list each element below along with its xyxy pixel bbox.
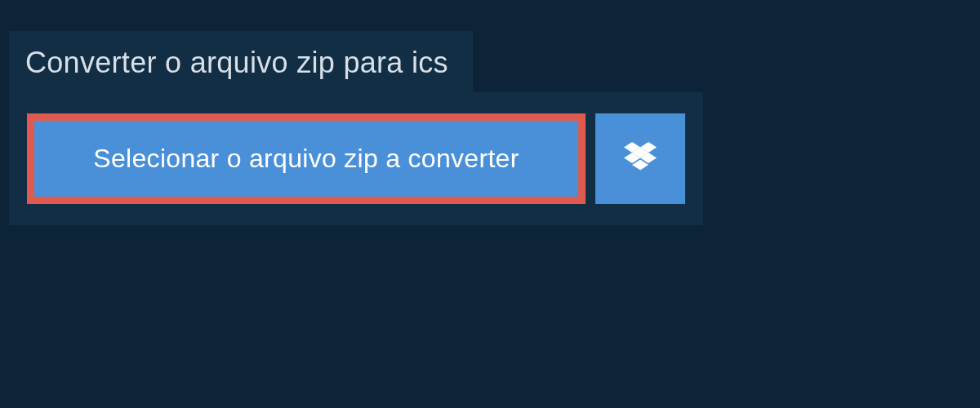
select-file-button[interactable]: Selecionar o arquivo zip a converter (27, 113, 586, 204)
select-file-label: Selecionar o arquivo zip a converter (93, 144, 519, 173)
tab-bar: Converter o arquivo zip para ics (9, 31, 703, 92)
dropbox-button[interactable] (595, 113, 685, 204)
tab-title: Converter o arquivo zip para ics (25, 46, 448, 79)
panel-content: Selecionar o arquivo zip a converter (9, 92, 703, 225)
converter-panel: Converter o arquivo zip para ics Selecio… (9, 31, 703, 225)
tab-converter[interactable]: Converter o arquivo zip para ics (9, 31, 473, 95)
dropbox-icon (624, 142, 657, 176)
